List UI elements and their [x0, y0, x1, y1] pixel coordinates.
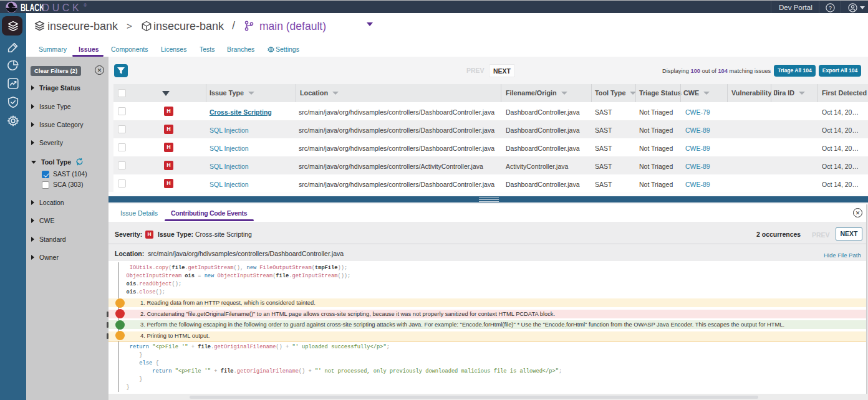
svg-text:?: ?: [829, 5, 832, 11]
